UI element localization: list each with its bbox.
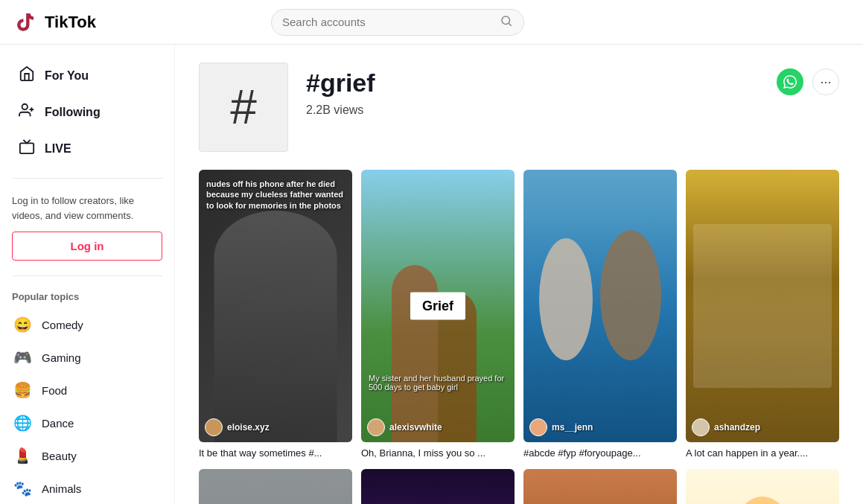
popular-topics-title: Popular topics: [0, 282, 174, 308]
topic-gaming-label: Gaming: [42, 351, 81, 364]
tag-header: # #grief 2.2B views ···: [199, 63, 839, 152]
video-thumb-inner-4: [686, 170, 839, 442]
video-thumb-inner-2: Grief My sister and her husband prayed f…: [361, 170, 515, 442]
sidebar-item-live-label: LIVE: [45, 142, 71, 156]
gaming-icon: 🎮: [12, 347, 33, 368]
video-thumb-inner-8: [686, 469, 839, 504]
video-thumb-3: ms__jenn: [523, 170, 677, 442]
author-avatar-4: [692, 418, 710, 436]
header: TikTok: [0, 0, 863, 45]
video-caption-4: A lot can happen in a year....: [686, 447, 839, 460]
video-author-2: alexisvwhite: [367, 418, 442, 436]
sidebar-item-live[interactable]: LIVE: [6, 131, 168, 166]
login-prompt-text: Log in to follow creators, like videos, …: [12, 194, 162, 223]
following-icon: [18, 102, 36, 122]
video-overlay-text-1: nudes off his phone after he died becaus…: [199, 170, 352, 442]
login-button[interactable]: Log in: [12, 232, 162, 261]
topic-comedy-label: Comedy: [42, 319, 83, 331]
video-card-7[interactable]: [523, 469, 677, 504]
tag-title: #grief: [306, 68, 759, 98]
video-card-4[interactable]: ashandzep A lot can happen in a year....: [686, 170, 839, 460]
sidebar-divider-2: [12, 275, 162, 276]
tiktok-logo-icon: [15, 10, 39, 34]
logo[interactable]: TikTok: [15, 10, 96, 34]
video-thumb-7: [523, 469, 677, 504]
beauty-icon: 💄: [12, 445, 33, 466]
video-card-8[interactable]: [686, 469, 839, 504]
topic-food-label: Food: [42, 384, 67, 397]
svg-rect-5: [20, 143, 34, 153]
video-caption-2: Oh, Brianna, I miss you so ...: [361, 447, 515, 460]
video-thumb-inner-3: [523, 170, 677, 442]
author-name-2: alexisvwhite: [389, 422, 442, 433]
sidebar-divider: [12, 178, 162, 179]
home-icon: [18, 66, 36, 86]
live-icon: [18, 138, 36, 159]
video-thumb-inner-6: It wasnt until I looked in my text messa…: [361, 469, 515, 504]
video-card-1[interactable]: nudes off his phone after he died becaus…: [199, 170, 352, 460]
video-thumb-6: It wasnt until I looked in my text messa…: [361, 469, 515, 504]
video-grid: nudes off his phone after he died becaus…: [199, 170, 839, 504]
search-bar[interactable]: [271, 9, 524, 36]
video-thumb-inner-7: [523, 469, 677, 504]
svg-point-0: [502, 16, 510, 25]
sidebar-item-for-you-label: For You: [45, 69, 89, 83]
video-thumb-8: [686, 469, 839, 504]
login-section: Log in to follow creators, like videos, …: [0, 185, 174, 269]
author-avatar-2: [367, 418, 385, 436]
author-name-1: eloise.xyz: [227, 422, 270, 433]
search-input[interactable]: [282, 16, 494, 28]
topic-beauty-label: Beauty: [42, 450, 77, 462]
author-name-3: ms__jenn: [552, 422, 593, 433]
more-options-icon: ···: [820, 74, 831, 90]
more-options-button[interactable]: ···: [812, 68, 839, 95]
author-avatar-3: [529, 418, 547, 436]
video-thumb-2: Grief My sister and her husband prayed f…: [361, 170, 515, 442]
sidebar-item-following[interactable]: Following: [6, 95, 168, 130]
sidebar-nav: For You Following: [0, 58, 174, 166]
video-caption-1: It be that way sometimes #...: [199, 447, 352, 460]
comedy-icon: 😄: [12, 314, 33, 335]
svg-point-2: [22, 104, 28, 109]
tag-views: 2.2B views: [306, 103, 759, 117]
topic-beauty[interactable]: 💄 Beauty: [0, 439, 174, 472]
topic-dance-label: Dance: [42, 417, 74, 430]
video-thumb-inner-5: WHEN THEIR BROTHER AND SISTER DIED AT 3 …: [199, 469, 352, 504]
video-card-6[interactable]: It wasnt until I looked in my text messa…: [361, 469, 515, 504]
animals-icon: 🐾: [12, 478, 33, 499]
topic-food[interactable]: 🍔 Food: [0, 374, 174, 406]
logo-text: TikTok: [45, 13, 96, 32]
tag-actions: ···: [777, 63, 839, 95]
video-card-5[interactable]: WHEN THEIR BROTHER AND SISTER DIED AT 3 …: [199, 469, 352, 504]
food-icon: 🍔: [12, 380, 33, 401]
search-button[interactable]: [500, 14, 513, 31]
topic-gaming[interactable]: 🎮 Gaming: [0, 341, 174, 374]
video-author-3: ms__jenn: [529, 418, 593, 436]
topic-dance[interactable]: 🌐 Dance: [0, 406, 174, 439]
grief-label: Grief: [410, 293, 465, 320]
sidebar: For You Following: [0, 45, 175, 504]
author-avatar-1: [205, 418, 223, 436]
video-card-2[interactable]: Grief My sister and her husband prayed f…: [361, 170, 515, 460]
whatsapp-share-button[interactable]: [777, 68, 803, 95]
tag-icon-image: #: [199, 63, 288, 152]
video-overlay-text-5: WHEN THEIR BROTHER AND SISTER DIED AT 3 …: [199, 469, 352, 504]
video-thumb-4: ashandzep: [686, 170, 839, 442]
topic-animals-label: Animals: [42, 482, 81, 495]
svg-line-1: [509, 23, 511, 25]
sidebar-item-for-you[interactable]: For You: [6, 58, 168, 93]
author-name-4: ashandzep: [714, 422, 760, 433]
video-thumb-inner-1: nudes off his phone after he died becaus…: [199, 170, 352, 442]
video-card-3[interactable]: ms__jenn #abcde #fyp #foryoupage...: [523, 170, 677, 460]
video-author-1: eloise.xyz: [205, 418, 270, 436]
main-content: # #grief 2.2B views ···: [175, 45, 863, 504]
video-author-4: ashandzep: [692, 418, 760, 436]
topic-animals[interactable]: 🐾 Animals: [0, 472, 174, 504]
sidebar-item-following-label: Following: [45, 106, 101, 119]
video-caption-3: #abcde #fyp #foryoupage...: [523, 447, 677, 460]
topic-comedy[interactable]: 😄 Comedy: [0, 308, 174, 341]
dance-icon: 🌐: [12, 412, 33, 433]
video-thumb-5: WHEN THEIR BROTHER AND SISTER DIED AT 3 …: [199, 469, 352, 504]
tag-info: #grief 2.2B views: [306, 63, 759, 117]
video-thumb-1: nudes off his phone after he died becaus…: [199, 170, 352, 442]
